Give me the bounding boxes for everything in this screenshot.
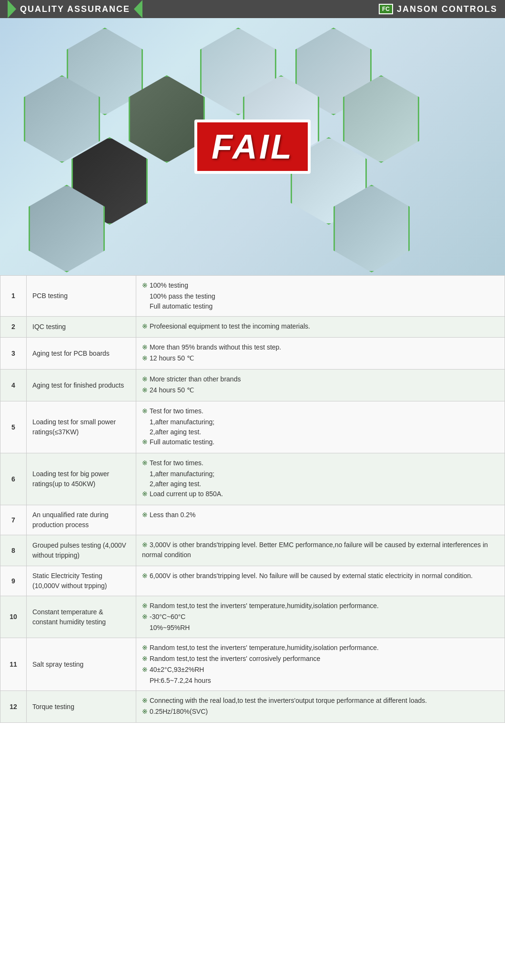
detail-line: ※Test for two times.: [142, 406, 499, 416]
table-row: 4Aging test for finished products※More s…: [0, 370, 505, 401]
detail-line: ※100% testing: [142, 280, 499, 290]
row-detail: ※Test for two times.1,after manufacturin…: [136, 401, 505, 453]
row-detail: ※More than 95% brands without this test …: [136, 338, 505, 370]
quality-table: 1PCB testing※100% testing100% pass the t…: [0, 275, 505, 723]
row-detail: ※Test for two times.1,after manufacturin…: [136, 453, 505, 505]
row-number: 12: [0, 691, 27, 723]
table-row: 10Constant temperature & constant humidi…: [0, 596, 505, 638]
row-label: Salt spray testing: [27, 638, 136, 691]
table-row: 5Loading test for small power ratings(≤3…: [0, 401, 505, 453]
row-label: Static Electricity Testing (10,000V with…: [27, 566, 136, 596]
row-number: 6: [0, 453, 27, 505]
detail-line: ※Random test,to test the inverters' corr…: [142, 654, 499, 664]
row-detail: ※Random test,to test the inverters' temp…: [136, 638, 505, 691]
row-number: 2: [0, 317, 27, 338]
row-label: Aging test for finished products: [27, 370, 136, 401]
row-detail: ※More stricter than other brands※24 hour…: [136, 370, 505, 401]
fail-stamp: FAIL: [194, 120, 311, 174]
detail-line: Full automatic testing: [142, 301, 499, 311]
brand-logo: FC: [379, 4, 393, 14]
detail-line: PH:6.5~7.2,24 hours: [142, 676, 499, 686]
header: QUALITY ASSURANCE FC JANSON CONTROLS: [0, 0, 505, 18]
detail-line: 2,after aging test.: [142, 427, 499, 437]
row-detail: ※6,000V is other brands'tripping level. …: [136, 566, 505, 596]
detail-line: ※More than 95% brands without this test …: [142, 342, 499, 352]
detail-line: ※Full automatic testing.: [142, 437, 499, 447]
brand-name: JANSON CONTROLS: [397, 4, 497, 14]
row-number: 7: [0, 505, 27, 535]
header-right-arrow: [134, 0, 142, 18]
row-label: IQC testing: [27, 317, 136, 338]
detail-line: ※24 hours 50 ℃: [142, 385, 499, 395]
header-right: FC JANSON CONTROLS: [379, 4, 497, 14]
table-row: 11Salt spray testing※Random test,to test…: [0, 638, 505, 691]
row-detail: ※3,000V is other brands'tripping level. …: [136, 535, 505, 566]
row-number: 4: [0, 370, 27, 401]
detail-line: ※12 hours 50 ℃: [142, 353, 499, 363]
table-row: 1PCB testing※100% testing100% pass the t…: [0, 276, 505, 317]
header-left-arrow: [8, 0, 16, 18]
row-label: Aging test for PCB boards: [27, 338, 136, 370]
row-label: PCB testing: [27, 276, 136, 317]
detail-line: ※Less than 0.2%: [142, 510, 499, 520]
row-detail: ※Profeesional equipment to test the inco…: [136, 317, 505, 338]
detail-line: 1,after manufacturing;: [142, 469, 499, 479]
detail-line: 2,after aging test.: [142, 479, 499, 489]
table-row: 2IQC testing※Profeesional equipment to t…: [0, 317, 505, 338]
row-label: Torque testing: [27, 691, 136, 723]
detail-line: ※More stricter than other brands: [142, 374, 499, 384]
row-detail: ※100% testing100% pass the testingFull a…: [136, 276, 505, 317]
row-number: 8: [0, 535, 27, 566]
detail-line: ※3,000V is other brands'tripping level. …: [142, 540, 499, 560]
detail-line: ※Profeesional equipment to test the inco…: [142, 321, 499, 331]
row-label: Constant temperature & constant humidity…: [27, 596, 136, 638]
row-number: 9: [0, 566, 27, 596]
row-number: 5: [0, 401, 27, 453]
row-detail: ※Connecting with the real load,to test t…: [136, 691, 505, 723]
table-row: 12Torque testing※Connecting with the rea…: [0, 691, 505, 723]
header-left: QUALITY ASSURANCE: [8, 0, 142, 18]
row-detail: ※Less than 0.2%: [136, 505, 505, 535]
detail-line: ※40±2°C,93±2%RH: [142, 665, 499, 675]
row-detail: ※Random test,to test the inverters' temp…: [136, 596, 505, 638]
header-title: QUALITY ASSURANCE: [20, 4, 130, 14]
row-label: Grouped pulses testing (4,000V without t…: [27, 535, 136, 566]
row-number: 11: [0, 638, 27, 691]
detail-line: 100% pass the testing: [142, 291, 499, 301]
row-number: 1: [0, 276, 27, 317]
table-row: 6Loading test for big power ratings(up t…: [0, 453, 505, 505]
table-row: 9Static Electricity Testing (10,000V wit…: [0, 566, 505, 596]
row-number: 3: [0, 338, 27, 370]
detail-line: ※Connecting with the real load,to test t…: [142, 696, 499, 706]
table-row: 3Aging test for PCB boards※More than 95%…: [0, 338, 505, 370]
detail-line: 10%~95%RH: [142, 623, 499, 633]
table-row: 7An unqualified rate during production p…: [0, 505, 505, 535]
row-label: Loading test for small power ratings(≤37…: [27, 401, 136, 453]
detail-line: ※Load current up to 850A.: [142, 489, 499, 499]
detail-line: ※Test for two times.: [142, 458, 499, 468]
detail-line: ※Random test,to test the inverters' temp…: [142, 643, 499, 653]
row-label: Loading test for big power ratings(up to…: [27, 453, 136, 505]
table-row: 8Grouped pulses testing (4,000V without …: [0, 535, 505, 566]
detail-line: ※Random test,to test the inverters' temp…: [142, 601, 499, 611]
row-number: 10: [0, 596, 27, 638]
detail-line: ※6,000V is other brands'tripping level. …: [142, 571, 499, 581]
detail-line: ※-30°C~60°C: [142, 612, 499, 622]
hero-image: FAIL: [0, 18, 505, 275]
detail-line: ※0.25Hz/180%(SVC): [142, 707, 499, 717]
detail-line: 1,after manufacturing;: [142, 417, 499, 427]
row-label: An unqualified rate during production pr…: [27, 505, 136, 535]
